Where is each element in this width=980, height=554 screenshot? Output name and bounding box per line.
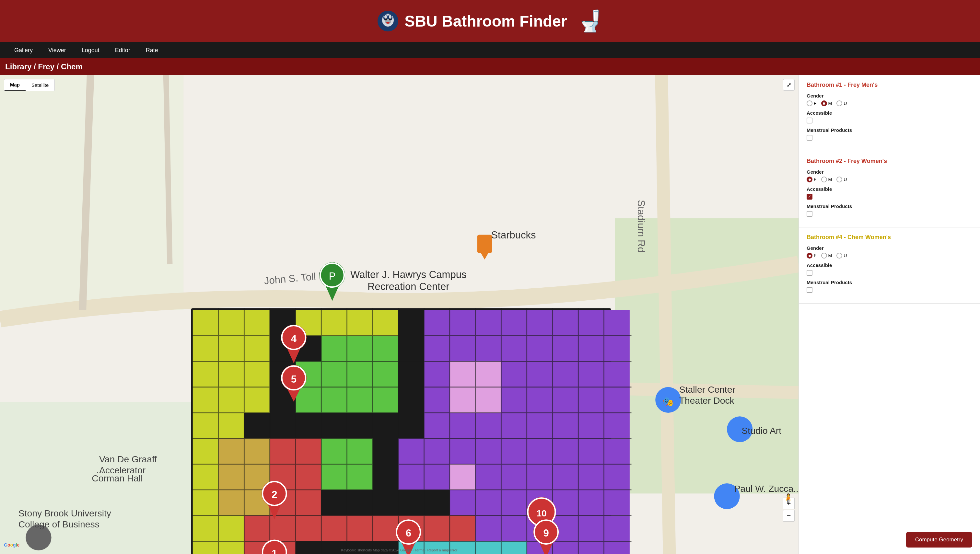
svg-rect-180 <box>578 490 604 516</box>
svg-rect-61 <box>578 310 604 336</box>
svg-rect-157 <box>424 464 449 490</box>
bathroom-4-accessible-item <box>806 270 972 276</box>
svg-rect-197 <box>578 516 604 541</box>
svg-rect-200 <box>218 541 244 554</box>
svg-rect-92 <box>501 361 527 387</box>
svg-rect-124 <box>450 413 475 438</box>
svg-rect-51 <box>321 310 347 336</box>
nav-logout[interactable]: Logout <box>74 43 107 58</box>
bathroom-2-accessible-checkbox[interactable]: ✓ <box>806 194 813 200</box>
bathroom-1-menstrual-label: Menstrual Products <box>806 127 972 133</box>
svg-rect-57 <box>475 310 501 336</box>
svg-rect-118 <box>296 413 321 438</box>
bathroom-4-radio-f[interactable] <box>806 253 813 258</box>
header-title-area: SBU Bathroom Finder 🚽 <box>376 9 603 33</box>
svg-point-5 <box>389 15 392 19</box>
bathroom-1-title: Bathroom #1 - Frey Men's <box>806 82 972 88</box>
svg-rect-96 <box>604 361 630 387</box>
svg-rect-113 <box>604 387 630 413</box>
bathroom-4-radio-u[interactable] <box>837 253 842 258</box>
map-toggle-satellite[interactable]: Satellite <box>25 80 54 91</box>
svg-rect-215 <box>604 541 630 554</box>
bathroom-2-menstrual-checkbox[interactable] <box>806 211 813 217</box>
svg-rect-122 <box>398 413 424 438</box>
bathroom-1-gender-label: Gender <box>806 93 972 99</box>
bathroom-4-gender-m[interactable]: M <box>821 253 832 258</box>
svg-rect-129 <box>578 413 604 438</box>
svg-point-8 <box>389 19 391 21</box>
svg-rect-77 <box>553 336 578 361</box>
svg-rect-68 <box>321 336 347 361</box>
svg-rect-210 <box>475 541 501 554</box>
nav-gallery[interactable]: Gallery <box>6 43 40 58</box>
bathroom-4-menstrual-label: Menstrual Products <box>806 280 972 285</box>
svg-text:Recreation Center: Recreation Center <box>368 281 449 292</box>
svg-rect-54 <box>398 310 424 336</box>
bathroom-2-gender-m[interactable]: M <box>821 177 832 182</box>
svg-rect-101 <box>296 387 321 413</box>
svg-rect-95 <box>578 361 604 387</box>
svg-rect-131 <box>193 438 218 464</box>
bathroom-2-radio-m[interactable] <box>821 177 827 182</box>
bathroom-2-gender-u[interactable]: U <box>837 177 847 182</box>
svg-rect-62 <box>604 310 630 336</box>
nav-editor[interactable]: Editor <box>107 43 138 58</box>
toilet-icon: 🚽 <box>577 9 604 33</box>
svg-rect-80 <box>193 361 218 387</box>
bathroom-1-radio-m[interactable] <box>821 100 827 106</box>
fullscreen-button[interactable]: ⤢ <box>783 79 795 91</box>
bathroom-1-gender-m[interactable]: M <box>821 100 832 106</box>
svg-rect-82 <box>244 361 269 387</box>
svg-rect-174 <box>424 490 449 516</box>
right-panel: Bathroom #1 - Frey Men's Gender F M U Ac… <box>798 75 980 554</box>
svg-rect-141 <box>450 438 475 464</box>
bathroom-1-radio-u[interactable] <box>837 100 842 106</box>
bathroom-2-radio-f[interactable] <box>806 177 813 182</box>
svg-rect-63 <box>193 336 218 361</box>
nav-viewer[interactable]: Viewer <box>40 43 74 58</box>
fullscreen-icon: ⤢ <box>787 81 791 88</box>
bathroom-1-gender-f[interactable]: F <box>806 100 817 106</box>
svg-rect-185 <box>270 516 296 541</box>
bathroom-1-radio-f[interactable] <box>806 100 813 106</box>
bathroom-4-gender-u[interactable]: U <box>837 253 847 258</box>
nav-rate[interactable]: Rate <box>138 43 166 58</box>
bathroom-1-menstrual-checkbox[interactable] <box>806 135 813 141</box>
svg-rect-98 <box>218 387 244 413</box>
compute-geometry-button[interactable]: Compute Geometry <box>906 532 972 548</box>
svg-rect-64 <box>218 336 244 361</box>
svg-rect-134 <box>270 438 296 464</box>
navigation: Gallery Viewer Logout Editor Rate <box>0 42 980 58</box>
map-container[interactable]: 🎭 John S. Toll Drive John S. Stadium Rd … <box>0 75 798 554</box>
bathroom-1-accessible-checkbox[interactable] <box>806 118 813 123</box>
bathroom-2-radio-u[interactable] <box>837 177 842 182</box>
bathroom-1-gender-u[interactable]: U <box>837 100 847 106</box>
bathroom-4-accessible-checkbox[interactable] <box>806 270 813 276</box>
svg-rect-97 <box>193 387 218 413</box>
svg-rect-111 <box>553 387 578 413</box>
svg-rect-211 <box>501 541 527 554</box>
svg-rect-87 <box>373 361 398 387</box>
svg-rect-188 <box>347 516 373 541</box>
bathroom-1-accessible-item <box>806 118 972 123</box>
bathroom-2-gender-group: F M U <box>806 177 972 182</box>
svg-text:🎭: 🎭 <box>663 396 674 407</box>
svg-rect-88 <box>398 361 424 387</box>
svg-rect-182 <box>193 516 218 541</box>
svg-text:Starbucks: Starbucks <box>491 229 536 241</box>
bathroom-4-radio-m[interactable] <box>821 253 827 258</box>
svg-rect-156 <box>398 464 424 490</box>
street-view-person[interactable]: 🧍 <box>782 493 794 504</box>
zoom-out-button[interactable]: − <box>783 510 795 522</box>
svg-text:Van De Graaff: Van De Graaff <box>99 454 157 464</box>
svg-rect-152 <box>296 464 321 490</box>
bathroom-4-menstrual-checkbox[interactable] <box>806 287 813 293</box>
svg-rect-53 <box>373 310 398 336</box>
svg-rect-164 <box>604 464 630 490</box>
bathroom-4-gender-f[interactable]: F <box>806 253 817 258</box>
map-toggle-map[interactable]: Map <box>4 80 25 91</box>
bathroom-2-gender-f[interactable]: F <box>806 177 817 182</box>
svg-rect-90 <box>450 361 475 387</box>
svg-rect-132 <box>218 438 244 464</box>
svg-rect-89 <box>424 361 449 387</box>
